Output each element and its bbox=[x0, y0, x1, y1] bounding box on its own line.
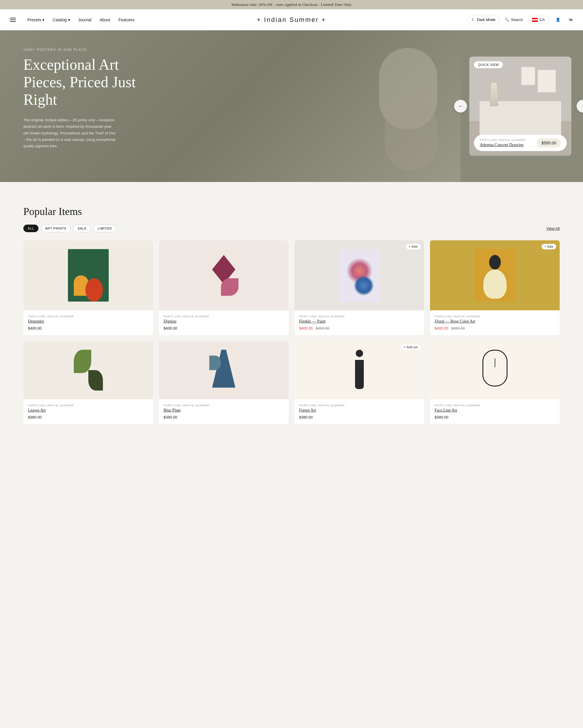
art-floral bbox=[475, 249, 516, 302]
price-figure: $380.00 bbox=[299, 415, 419, 419]
flag-icon bbox=[532, 18, 538, 22]
price-leaves: $380.00 bbox=[28, 415, 148, 419]
view-all-link[interactable]: View All bbox=[547, 226, 560, 231]
carousel-prev-button[interactable]: ← bbox=[454, 100, 467, 112]
nav-presets[interactable]: Presets ▾ bbox=[24, 15, 48, 25]
art-dependor bbox=[68, 249, 109, 302]
art-fleekle bbox=[339, 249, 380, 302]
hero-right: ← QUICK VIEW PORTLAND INDIAN SUMMER Adep… bbox=[461, 30, 583, 182]
header: Presets ▾ Catalog ▾ Journal About Featur… bbox=[0, 9, 583, 30]
price-sale-floral: $400.00 bbox=[435, 326, 448, 331]
brand-figure: PORTLAND INDIAN SUMMER bbox=[299, 404, 419, 407]
site-logo[interactable]: + Indian Summer + bbox=[257, 16, 326, 24]
brand-floral: PORTLAND INDIAN SUMMER bbox=[435, 315, 555, 318]
art-figure bbox=[339, 344, 380, 396]
name-fleekle[interactable]: Fleekle — Paint bbox=[299, 319, 419, 324]
dark-mode-button[interactable]: ☾ Dark Mode bbox=[467, 16, 500, 24]
popular-section: Popular Items ALL ART PRINTS SALE LIMITE… bbox=[0, 182, 583, 447]
brand-fleekle: PORTLAND INDIAN SUMMER bbox=[299, 315, 419, 318]
name-dependor[interactable]: Dependor bbox=[28, 319, 148, 324]
art-frame-1 bbox=[521, 67, 535, 85]
product-img-dignize[interactable] bbox=[159, 240, 288, 310]
filter-all[interactable]: ALL bbox=[23, 225, 38, 232]
hero-description: The original, limited edition – 25 print… bbox=[23, 117, 117, 149]
art-blue-plant bbox=[203, 344, 244, 396]
announcement-text: Midseason Sale: 20% Off - Auto Applied a… bbox=[231, 2, 352, 7]
user-icon: 👤 bbox=[556, 18, 560, 22]
product-card-floral: + Sale PORTLAND INDIAN SUMMER Floral — R… bbox=[430, 240, 560, 335]
nav-catalog[interactable]: Catalog ▾ bbox=[49, 15, 73, 25]
product-card-blue-plant: PORTLAND INDIAN SUMMER Blue Plant $380.0… bbox=[159, 341, 288, 424]
hero-product-card: QUICK VIEW PORTLAND INDIAN SUMMER Adeptu… bbox=[469, 57, 571, 156]
art-face bbox=[475, 344, 516, 396]
art-frames bbox=[521, 67, 556, 93]
product-info-floral: PORTLAND INDIAN SUMMER Floral — Rose Col… bbox=[430, 310, 560, 335]
filter-tags: ALL ART PRINTS SALE LIMITED bbox=[23, 225, 116, 232]
price-original-fleekle: $450.00 bbox=[316, 326, 329, 331]
name-floral[interactable]: Floral — Rose Color Art bbox=[435, 319, 555, 324]
hero-shape-1 bbox=[379, 48, 437, 130]
cart-button[interactable]: 🛍 bbox=[567, 16, 574, 24]
hero-product-name[interactable]: Adeptua Concept Drawing bbox=[480, 142, 526, 147]
price-fleekle: $400.00 $450.00 bbox=[299, 326, 419, 331]
product-card-dependor: PORTLAND INDIAN SUMMER Dependor $400.00 bbox=[23, 240, 153, 335]
country-selector[interactable]: CA bbox=[528, 16, 549, 24]
brand-dignize: PORTLAND INDIAN SUMMER bbox=[164, 315, 284, 318]
price-dependor: $400.00 bbox=[28, 326, 148, 331]
nav-journal[interactable]: Journal bbox=[75, 15, 95, 25]
chevron-down-icon: ▾ bbox=[68, 18, 70, 22]
filter-art-prints[interactable]: ART PRINTS bbox=[41, 225, 71, 232]
name-face[interactable]: Face Line Art bbox=[435, 408, 555, 413]
hero-title: Exceptional Art Pieces, Priced Just Righ… bbox=[23, 56, 140, 108]
name-dignize[interactable]: Dignize bbox=[164, 319, 284, 324]
price-blue-plant: $380.00 bbox=[164, 415, 284, 419]
product-img-fleekle[interactable]: + Sale bbox=[295, 240, 424, 310]
brand-face: PORTLAND INDIAN SUMMER bbox=[435, 404, 555, 407]
account-button[interactable]: 👤 bbox=[554, 16, 562, 24]
hero-left: 1000+ POSTERS IN ONE PLACE Exceptional A… bbox=[0, 30, 461, 182]
brand-dependor: PORTLAND INDIAN SUMMER bbox=[28, 315, 148, 318]
nav-features[interactable]: Features bbox=[115, 15, 138, 25]
product-img-leaves[interactable] bbox=[23, 341, 153, 399]
hero-section: 1000+ POSTERS IN ONE PLACE Exceptional A… bbox=[0, 30, 583, 182]
quick-view-badge[interactable]: QUICK VIEW bbox=[474, 61, 503, 68]
header-right: ☾ Dark Mode 🔍 Search CA 👤 🛍 bbox=[467, 16, 574, 24]
price-floral: $400.00 $450.00 bbox=[435, 326, 555, 331]
nav-about[interactable]: About bbox=[96, 15, 114, 25]
hero-product-brand: PORTLAND INDIAN SUMMER bbox=[480, 138, 526, 141]
filter-bar: ALL ART PRINTS SALE LIMITED View All bbox=[23, 225, 560, 232]
cart-icon: 🛍 bbox=[569, 18, 573, 22]
product-info-fleekle: PORTLAND INDIAN SUMMER Fleekle — Paint $… bbox=[295, 310, 424, 335]
hero-product-details: PORTLAND INDIAN SUMMER Adeptua Concept D… bbox=[480, 138, 526, 147]
search-icon: 🔍 bbox=[505, 18, 509, 22]
product-img-blue-plant[interactable] bbox=[159, 341, 288, 399]
product-card-face: PORTLAND INDIAN SUMMER Face Line Art $38… bbox=[430, 341, 560, 424]
product-img-face[interactable] bbox=[430, 341, 560, 399]
main-nav: Presets ▾ Catalog ▾ Journal About Featur… bbox=[24, 15, 138, 25]
art-dignize bbox=[203, 249, 244, 302]
filter-sale[interactable]: SALE bbox=[73, 225, 91, 232]
product-img-figure[interactable]: + Sold out bbox=[295, 341, 424, 399]
product-img-floral[interactable]: + Sale bbox=[430, 240, 560, 310]
hamburger-menu[interactable] bbox=[9, 17, 17, 23]
product-info-face: PORTLAND INDIAN SUMMER Face Line Art $38… bbox=[430, 399, 560, 424]
price-face: $380.00 bbox=[435, 415, 555, 419]
product-info-leaves: PORTLAND INDIAN SUMMER Leaves Art $380.0… bbox=[23, 399, 153, 424]
product-card-figure: + Sold out PORTLAND INDIAN SUMMER Figure… bbox=[295, 341, 424, 424]
price-original-floral: $450.00 bbox=[451, 326, 465, 331]
filter-limited[interactable]: LIMITED bbox=[93, 225, 116, 232]
name-leaves[interactable]: Leaves Art bbox=[28, 408, 148, 413]
search-button[interactable]: 🔍 Search bbox=[505, 18, 523, 22]
price-dignize: $400.00 bbox=[164, 326, 284, 331]
carousel-next-button[interactable]: → bbox=[577, 100, 583, 112]
brand-blue-plant: PORTLAND INDIAN SUMMER bbox=[164, 404, 284, 407]
popular-title: Popular Items bbox=[23, 205, 560, 217]
announcement-bar: Midseason Sale: 20% Off - Auto Applied a… bbox=[0, 0, 583, 9]
product-img-dependor[interactable] bbox=[23, 240, 153, 310]
name-blue-plant[interactable]: Blue Plant bbox=[164, 408, 284, 413]
chevron-down-icon: ▾ bbox=[42, 18, 44, 22]
product-info-blue-plant: PORTLAND INDIAN SUMMER Blue Plant $380.0… bbox=[159, 399, 288, 424]
hero-sub-label: 1000+ POSTERS IN ONE PLACE bbox=[23, 48, 443, 51]
sale-badge-fleekle: + Sale bbox=[406, 244, 421, 250]
name-figure[interactable]: Figure Art bbox=[299, 408, 419, 413]
